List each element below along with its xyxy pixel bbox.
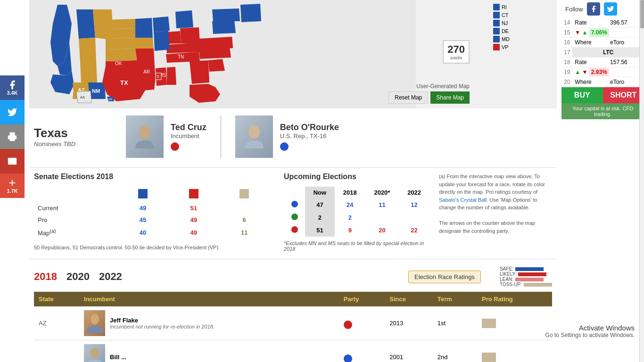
candidate2-photo <box>235 115 273 158</box>
upcoming-blue-2020: 11 <box>365 198 399 211</box>
az-incumbent-info: Jeff Flake Incumbent not running for re-… <box>110 317 215 329</box>
year-2018-link[interactable]: 2018 <box>34 271 57 283</box>
social-sidebar: 3.4K 1.7K <box>0 75 25 198</box>
legend-md: MD <box>493 36 510 42</box>
buy-button[interactable]: BUY <box>561 87 603 103</box>
legend-ri: RI <box>493 4 510 10</box>
safe-color-bar <box>515 267 544 271</box>
az-party-dot <box>344 321 352 329</box>
legend-likely-label: LIKELY: <box>500 272 516 277</box>
crystal-ball-link[interactable]: Sabato's Crystal Ball <box>439 197 487 203</box>
facebook-button[interactable]: 3.4K <box>0 75 25 100</box>
crypto-row-15: 15 ▼ ▲ 7.06% <box>561 28 644 38</box>
legend-nj-label: NJ <box>502 20 508 26</box>
candidate1-name: Ted Cruz <box>171 123 206 132</box>
upcoming-elections: Upcoming Elections Now 2018 2020* 2022 <box>270 173 429 252</box>
az-state-cell: AZ <box>34 306 79 340</box>
state-name: Texas <box>34 126 126 140</box>
state-ia <box>135 38 154 49</box>
candidate1-photo <box>126 115 164 158</box>
state-ks <box>106 49 137 61</box>
upcoming-green-2020 <box>365 211 399 224</box>
candidate2-info: Beto O'Rourke U.S. Rep., TX-16 <box>280 123 339 151</box>
pro-ratings-text: (a) From the interactive map view above.… <box>439 173 552 212</box>
facebook-count: 3.4K <box>7 90 17 96</box>
us-map-svg: AZ NM TX OK <box>29 0 416 108</box>
tan-indicator <box>239 189 249 198</box>
map-controls: User-Generated Map Reset Map Share Map <box>388 83 470 104</box>
year-2020-link[interactable]: 2020 <box>66 271 90 283</box>
state-nd <box>106 19 135 29</box>
senator-row-2: Bill ... 2001 2nd <box>34 340 552 362</box>
map-legend: RI CT NJ DE MD <box>493 4 510 50</box>
upcoming-green-2018: 2 <box>335 211 365 224</box>
col-header-state: State <box>34 292 79 306</box>
az-incumbent-note: Incumbent not running for re-election in… <box>110 324 215 329</box>
col-2020: 2020* <box>365 187 399 198</box>
col-header-party: Party <box>339 292 385 306</box>
upcoming-row-green: 2 2 <box>284 211 429 224</box>
candidate-divider <box>221 115 221 158</box>
candidate2-name: Beto O'Rourke <box>280 123 339 132</box>
pro-row: Pro 45 49 6 <box>34 214 270 226</box>
ratings-banner-label: Election Race Ratings <box>414 273 475 280</box>
legend-lean: LEAN: <box>500 277 552 282</box>
az-since-cell: 2013 <box>385 306 432 340</box>
crypto-row-16: 16 Where eToro <box>561 38 644 48</box>
row-18-label: Rate <box>572 58 608 67</box>
row-16-num: 16 <box>561 38 572 48</box>
upcoming-red-2018: 9 <box>335 224 365 237</box>
legend-tossup-label: TOSS-UP: <box>500 282 522 287</box>
upcoming-red-now: 51 <box>305 224 335 237</box>
nominees-tbd: Nominees TBD <box>34 140 126 148</box>
follow-facebook-button[interactable] <box>587 2 600 16</box>
row-19-pct: 2.93% <box>589 68 609 76</box>
legend-likely: LIKELY: <box>500 272 552 277</box>
upcoming-header: Now 2018 2020* 2022 <box>284 187 429 198</box>
election-race-ratings-banner[interactable]: Election Race Ratings <box>408 271 481 283</box>
scrollbar-thumb[interactable] <box>640 0 644 28</box>
main-content: AZ NM TX OK <box>25 0 644 362</box>
row2-state-cell <box>34 340 79 362</box>
print-button[interactable] <box>0 124 25 149</box>
state-wv <box>213 37 233 49</box>
state-al <box>167 67 176 85</box>
col-header-incumbent: Incumbent <box>79 292 339 306</box>
state-ok <box>106 60 139 66</box>
follow-twitter-button[interactable] <box>604 2 617 16</box>
candidate2-card: Beto O'Rourke U.S. Rep., TX-16 <box>235 115 339 158</box>
row-14-num: 14 <box>561 18 572 28</box>
twitter-button[interactable] <box>0 100 25 124</box>
win-number: 270 <box>447 43 465 56</box>
activate-windows-overlay: Activate Windows Go to Settings to activ… <box>545 324 635 338</box>
row-15-arrows: ▼ ▲ 7.06% <box>572 28 644 38</box>
svg-point-7 <box>91 348 99 358</box>
row-19-num: 19 <box>561 67 572 77</box>
year-2022-link[interactable]: 2022 <box>99 271 122 283</box>
upcoming-green-now: 2 <box>305 211 335 224</box>
state-name-area: Texas Nominees TBD <box>34 126 126 148</box>
upcoming-blue-now: 47 <box>305 198 335 211</box>
share-map-button[interactable]: Share Map <box>430 91 470 104</box>
plus-button[interactable]: 1.7K <box>0 173 25 198</box>
upcoming-footnote: *Excludes MN and MS seats to be filled b… <box>284 240 429 252</box>
row-18-value: 157.56 <box>608 58 644 67</box>
state-ny <box>212 8 240 21</box>
short-button[interactable]: SHORT <box>603 87 644 103</box>
current-red: 51 <box>168 202 219 214</box>
candidate-section: Texas Nominees TBD Ted Cruz Incumbent <box>34 108 557 167</box>
candidate1-title: Incumbent <box>171 132 206 140</box>
right-sidebar: Follow 14 Rate 396.57 15 ▼ ▲ <box>561 0 644 362</box>
senator-row-az: AZ Jeff Flake <box>34 306 552 340</box>
reset-map-button[interactable]: Reset Map <box>388 91 428 104</box>
az-incumbent-cell: Jeff Flake Incumbent not running for re-… <box>79 306 339 340</box>
email-button[interactable] <box>0 149 25 173</box>
pro-ratings-note: (a) From the interactive map view above.… <box>429 173 552 252</box>
blue-indicator <box>138 189 148 198</box>
upcoming-grid: Now 2018 2020* 2022 47 24 11 12 <box>284 187 429 237</box>
scrollbar[interactable] <box>639 0 644 362</box>
map-blue: 40 <box>117 226 168 239</box>
upcoming-dot-green <box>291 214 298 220</box>
upcoming-title: Upcoming Elections <box>284 173 429 181</box>
nm-label: NM <box>92 88 100 94</box>
